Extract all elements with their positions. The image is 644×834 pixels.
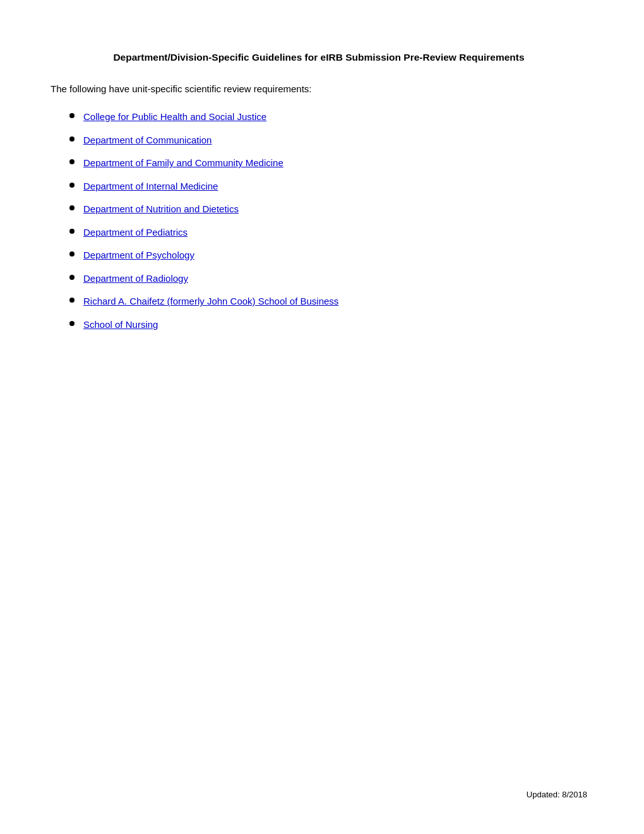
bullet-dot xyxy=(69,136,75,142)
list-item: Department of Nutrition and Dietetics xyxy=(69,202,587,217)
bullet-dot xyxy=(69,183,75,188)
bullet-dot xyxy=(69,321,75,326)
link-dept-nutrition-dietetics[interactable]: Department of Nutrition and Dietetics xyxy=(83,202,239,217)
link-college-public-health[interactable]: College for Public Health and Social Jus… xyxy=(83,110,266,124)
list-item: Department of Communication xyxy=(69,133,587,148)
intro-text: The following have unit-specific scienti… xyxy=(51,82,587,97)
list-item: School of Nursing xyxy=(69,318,587,332)
footer-updated: Updated: 8/2018 xyxy=(527,790,587,799)
list-item: Department of Family and Community Medic… xyxy=(69,156,587,171)
bullet-dot xyxy=(69,298,75,303)
list-item: Department of Pediatrics xyxy=(69,226,587,240)
link-list: College for Public Health and Social Jus… xyxy=(51,110,587,332)
link-school-nursing[interactable]: School of Nursing xyxy=(83,318,158,332)
list-item: Department of Internal Medicine xyxy=(69,179,587,194)
link-dept-pediatrics[interactable]: Department of Pediatrics xyxy=(83,226,188,240)
link-dept-internal-medicine[interactable]: Department of Internal Medicine xyxy=(83,179,218,194)
link-dept-psychology[interactable]: Department of Psychology xyxy=(83,248,194,263)
link-dept-family-community-medicine[interactable]: Department of Family and Community Medic… xyxy=(83,156,283,171)
link-dept-communication[interactable]: Department of Communication xyxy=(83,133,212,148)
link-dept-radiology[interactable]: Department of Radiology xyxy=(83,272,188,286)
list-item: Department of Psychology xyxy=(69,248,587,263)
bullet-dot xyxy=(69,251,75,257)
page-container: Department/Division-Specific Guidelines … xyxy=(0,0,644,834)
list-item: Department of Radiology xyxy=(69,272,587,286)
list-item: Richard A. Chaifetz (formerly John Cook)… xyxy=(69,294,587,309)
bullet-dot xyxy=(69,159,75,164)
link-chaifetz-school-business[interactable]: Richard A. Chaifetz (formerly John Cook)… xyxy=(83,294,338,309)
page-title: Department/Division-Specific Guidelines … xyxy=(51,51,587,64)
bullet-dot xyxy=(69,205,75,210)
bullet-dot xyxy=(69,229,75,234)
list-item: College for Public Health and Social Jus… xyxy=(69,110,587,124)
bullet-dot xyxy=(69,113,75,118)
bullet-dot xyxy=(69,275,75,280)
